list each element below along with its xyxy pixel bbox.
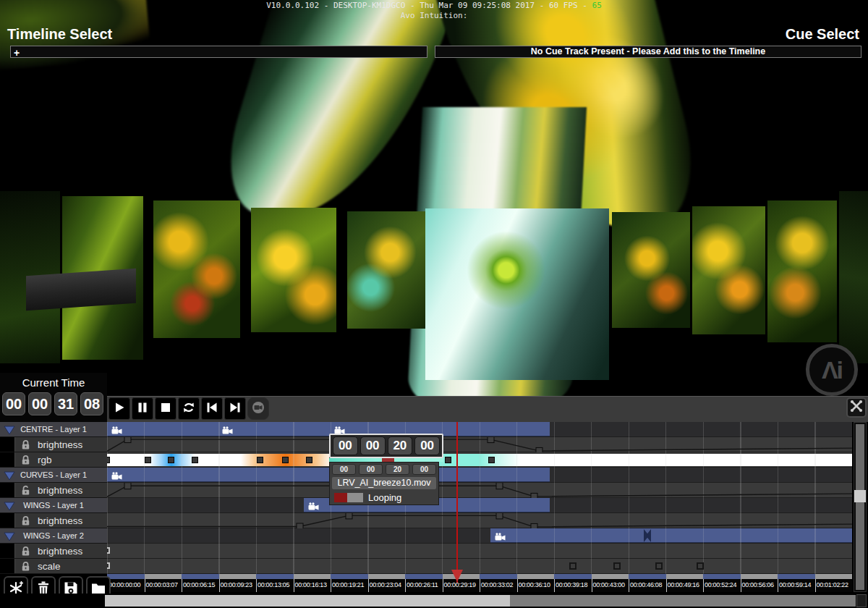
lock-closed-icon[interactable] [20,561,31,574]
media-clip-camera-icon[interactable] [222,424,233,437]
media-clip-camera-icon[interactable] [111,470,122,483]
skip-end-button[interactable] [224,397,246,420]
property-track[interactable] [107,483,852,498]
rgb-gradient-track[interactable] [107,454,852,466]
ruler-cell[interactable]: 00:00:52:24 [703,574,741,592]
rgb-keyframe[interactable] [168,457,174,463]
property-row[interactable]: scale [0,559,107,574]
horizontal-scrollbar[interactable] [0,594,868,608]
automation-envelope[interactable] [107,483,852,498]
rgb-keyframe[interactable] [192,457,198,463]
edge-keyframe-marker[interactable] [107,562,110,569]
ruler-cell[interactable]: 00:00:19:21 [331,574,368,592]
record-cam-button[interactable] [247,397,269,420]
property-track[interactable] [107,544,852,559]
keyframe-time-popup[interactable]: 00002000 [329,434,443,458]
property-swatch[interactable] [0,544,15,558]
rgb-keyframe[interactable] [107,457,110,463]
ruler-cell[interactable]: 00:00:59:14 [778,574,815,592]
ruler-cell[interactable]: 00:01:02:22 [815,574,853,592]
scale-keyframe[interactable] [655,562,663,570]
current-time-digit[interactable]: 00 [28,392,51,415]
vertical-scrollbar-track[interactable] [856,424,864,590]
playhead-line[interactable] [456,422,458,583]
clip-filename[interactable]: LRV_AI_breeze10.mov [332,477,436,489]
pause-button[interactable] [132,397,153,420]
keyframe[interactable] [536,447,542,452]
skip-start-button[interactable] [201,397,223,420]
keyframe[interactable] [531,493,537,498]
lock-open-icon[interactable] [20,485,31,498]
ruler-cell[interactable]: 00:00:36:10 [517,574,555,592]
ruler-cell[interactable]: 00:00:09:23 [219,574,257,592]
layer-row[interactable]: WINGS - Layer 1 [0,498,107,513]
clip-boundary-notch[interactable] [644,529,651,542]
loop-button[interactable] [178,397,200,420]
ruler-cell[interactable]: 00:00:23:04 [368,574,406,592]
property-track[interactable] [107,437,852,452]
property-row[interactable]: brightness [0,513,107,528]
lock-closed-icon[interactable] [20,455,31,468]
layer-track[interactable] [107,422,852,437]
timeline-select-bar[interactable]: + [10,46,427,58]
popup-time-digit[interactable]: 00 [333,436,358,455]
layer-row[interactable]: CENTRE - Layer 1 [0,422,107,437]
keyframe[interactable] [124,437,131,443]
property-swatch[interactable] [0,559,15,573]
current-time-digit[interactable]: 08 [80,392,103,415]
property-track[interactable] [107,559,852,574]
popup-time-digit[interactable]: 20 [388,436,413,455]
ruler-cell[interactable]: 00:00:46:08 [629,574,666,592]
current-time-digit[interactable]: 00 [2,392,25,415]
property-track[interactable] [107,452,852,468]
popup-time-digit[interactable]: 00 [360,436,386,455]
clip-bar[interactable] [490,528,852,543]
layer-track[interactable] [107,468,852,483]
property-row[interactable]: brightness [0,483,107,498]
clip-time-digit[interactable]: 20 [386,464,409,475]
media-clip-camera-icon[interactable] [111,424,122,437]
ruler-cell[interactable]: 00:00:49:16 [666,574,704,592]
keyframe[interactable] [531,523,537,528]
edge-keyframe-marker[interactable] [107,547,110,554]
property-row[interactable]: brightness [0,544,107,559]
scale-keyframe[interactable] [613,562,621,570]
horizontal-scrollbar-thumb[interactable] [105,595,510,607]
ruler-cell[interactable]: 00:00:43:00 [592,574,629,592]
stop-button[interactable] [155,397,176,420]
add-timeline-button[interactable]: + [11,48,20,58]
horizontal-scrollbar-track[interactable] [510,595,856,607]
clip-time-digit[interactable]: 00 [332,464,356,475]
layer-track[interactable] [107,498,852,513]
close-timeline-button[interactable] [846,397,867,418]
media-clip-camera-icon[interactable] [495,531,506,544]
ruler-cell[interactable]: 00:00:16:13 [294,574,331,592]
keyframe[interactable] [124,483,131,489]
property-swatch[interactable] [0,437,15,452]
timeline-tracks[interactable] [107,422,852,574]
layer-row[interactable]: CURVES - Layer 1 [0,468,107,483]
property-row[interactable]: brightness [0,437,107,452]
scale-keyframe[interactable] [569,562,576,570]
ruler-cell[interactable]: 00:00:26:11 [405,574,443,592]
play-button[interactable] [109,397,130,420]
popup-time-digit[interactable]: 00 [414,436,440,455]
clip-time-digit[interactable]: 00 [412,464,436,475]
keyframe[interactable] [346,513,352,519]
rgb-keyframe[interactable] [257,457,263,463]
rgb-keyframe[interactable] [445,457,451,463]
automation-envelope[interactable] [107,513,852,528]
rgb-keyframe[interactable] [282,457,289,463]
clip-time-digit[interactable]: 00 [359,464,383,475]
ruler-cell[interactable]: 00:00:39:18 [554,574,592,592]
lock-closed-icon[interactable] [20,515,31,528]
clip-properties-popup[interactable]: 00002000 LRV_AI_breeze10.mov Looping [329,462,439,505]
property-track[interactable] [107,513,852,528]
keyframe[interactable] [297,523,303,528]
timeline-ruler[interactable]: 00:00:00:0000:00:03:0700:00:06:1500:00:0… [107,574,852,592]
current-time-digit[interactable]: 31 [54,392,77,415]
ruler-cell[interactable]: 00:00:56:06 [741,574,778,592]
clip-bar[interactable] [107,422,550,436]
lock-closed-icon[interactable] [20,439,31,452]
ruler-cell[interactable]: 00:00:06:15 [182,574,219,592]
